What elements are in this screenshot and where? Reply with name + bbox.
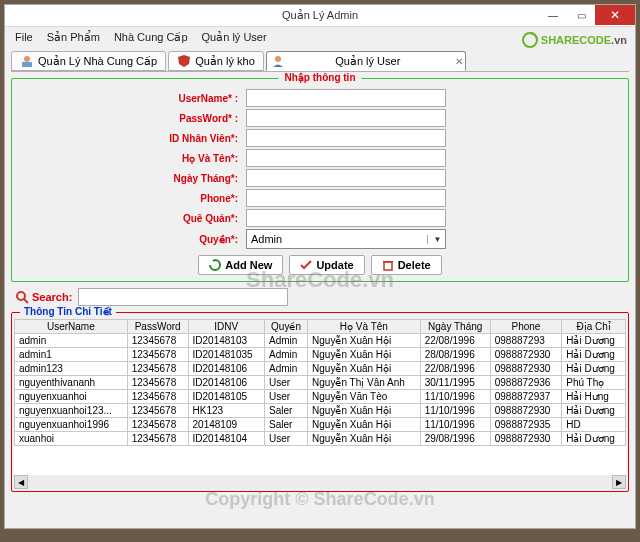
scroll-left-icon[interactable]: ◀: [14, 475, 28, 489]
hoten-input[interactable]: [246, 149, 446, 167]
table-cell: ID20148106: [188, 376, 264, 390]
table-cell: nguyenxuanhoi123...: [15, 404, 128, 418]
table-row[interactable]: nguyenthivananh12345678ID20148106UserNgu…: [15, 376, 626, 390]
tab-label: Quản Lý Nhà Cung Cấp: [38, 55, 157, 68]
menu-file[interactable]: File: [9, 29, 39, 45]
table-row[interactable]: xuanhoi12345678ID20148104UserNguyễn Xuân…: [15, 432, 626, 446]
table-cell: 098887293: [490, 334, 562, 348]
tab-close-icon[interactable]: ✕: [455, 56, 463, 67]
table-cell: ID20148105: [188, 390, 264, 404]
table-cell: 30/11/1995: [420, 376, 490, 390]
table-cell: Nguyễn Xuân Hội: [308, 334, 421, 348]
table-cell: 0988872937: [490, 390, 562, 404]
column-header[interactable]: PassWord: [127, 320, 188, 334]
table-cell: 12345678: [127, 334, 188, 348]
quequan-input[interactable]: [246, 209, 446, 227]
btn-label: Delete: [398, 259, 431, 271]
label-idnv: ID Nhân Viên*:: [16, 133, 246, 144]
tab-nhacungcap[interactable]: Quản Lý Nhà Cung Cấp: [11, 51, 166, 71]
table-cell: Saler: [264, 418, 307, 432]
table-cell: ID20148106: [188, 362, 264, 376]
phone-input[interactable]: [246, 189, 446, 207]
table-cell: nguyenthivananh: [15, 376, 128, 390]
column-header[interactable]: Quyền: [264, 320, 307, 334]
table-cell: Hải Dương: [562, 432, 626, 446]
maximize-button[interactable]: ▭: [567, 5, 595, 25]
column-header[interactable]: Địa Chỉ: [562, 320, 626, 334]
tab-user[interactable]: Quản lý User ✕: [266, 51, 466, 71]
table-cell: Hải Hưng: [562, 390, 626, 404]
idnv-input[interactable]: [246, 129, 446, 147]
table-cell: 12345678: [127, 376, 188, 390]
password-input[interactable]: [246, 109, 446, 127]
column-header[interactable]: Ngày Tháng: [420, 320, 490, 334]
table-cell: Hải Dương: [562, 404, 626, 418]
table-cell: User: [264, 432, 307, 446]
menu-sanpham[interactable]: Sản Phẩm: [41, 29, 106, 46]
table-cell: nguyenxuanhoi: [15, 390, 128, 404]
table-row[interactable]: nguyenxuanhoi19961234567820148109SalerNg…: [15, 418, 626, 432]
user-icon: [271, 54, 285, 68]
quyen-select[interactable]: Admin ▼: [246, 229, 446, 249]
horizontal-scrollbar[interactable]: ◀ ▶: [14, 475, 626, 489]
menu-nhacungcap[interactable]: Nhà Cung Cấp: [108, 29, 194, 46]
trash-icon: [382, 259, 394, 271]
table-cell: HK123: [188, 404, 264, 418]
add-new-button[interactable]: Add New: [198, 255, 283, 275]
table-cell: ID201481035: [188, 348, 264, 362]
detail-legend: Thông Tin Chi Tiết: [20, 306, 116, 317]
table-cell: Admin: [264, 362, 307, 376]
table-cell: Admin: [264, 334, 307, 348]
table-row[interactable]: admin112345678ID201481035AdminNguyễn Xuâ…: [15, 348, 626, 362]
table-cell: nguyenxuanhoi1996: [15, 418, 128, 432]
svg-line-7: [24, 299, 28, 303]
table-cell: 12345678: [127, 362, 188, 376]
table-cell: 0988872930: [490, 348, 562, 362]
username-input[interactable]: [246, 89, 446, 107]
table-cell: 0988872936: [490, 376, 562, 390]
table-cell: Nguyễn Xuân Hội: [308, 418, 421, 432]
minimize-button[interactable]: —: [539, 5, 567, 25]
table-row[interactable]: nguyenxuanhoi123...12345678HK123SalerNgu…: [15, 404, 626, 418]
window-controls: — ▭ ✕: [539, 5, 635, 25]
table-cell: 12345678: [127, 348, 188, 362]
search-row: Search:: [11, 286, 629, 308]
tabstrip: Quản Lý Nhà Cung Cấp Quản lý kho Quản lý…: [5, 47, 635, 71]
table-row[interactable]: admin12345678ID20148103AdminNguyễn Xuân …: [15, 334, 626, 348]
scroll-right-icon[interactable]: ▶: [612, 475, 626, 489]
table-cell: Admin: [264, 348, 307, 362]
titlebar: Quản Lý Admin — ▭ ✕: [5, 5, 635, 27]
table-cell: Hải Dương: [562, 334, 626, 348]
menu-quanlyuser[interactable]: Quản lý User: [196, 29, 273, 46]
table-cell: admin123: [15, 362, 128, 376]
table-cell: User: [264, 390, 307, 404]
refresh-icon: [209, 259, 221, 271]
table-cell: ID20148104: [188, 432, 264, 446]
btn-label: Update: [316, 259, 353, 271]
table-wrapper: UserNamePassWordIDNVQuyềnHọ Và TênNgày T…: [14, 319, 626, 489]
user-table[interactable]: UserNamePassWordIDNVQuyềnHọ Và TênNgày T…: [14, 319, 626, 446]
input-fieldset: Nhập thông tin UserName* : PassWord* : I…: [11, 78, 629, 282]
table-row[interactable]: nguyenxuanhoi12345678ID20148105UserNguyễ…: [15, 390, 626, 404]
table-cell: Hải Dương: [562, 362, 626, 376]
update-button[interactable]: Update: [289, 255, 364, 275]
svg-rect-2: [22, 62, 32, 67]
close-button[interactable]: ✕: [595, 5, 635, 25]
table-row[interactable]: admin12312345678ID20148106AdminNguyễn Xu…: [15, 362, 626, 376]
table-cell: xuanhoi: [15, 432, 128, 446]
tab-kho[interactable]: Quản lý kho: [168, 51, 264, 71]
table-cell: Nguyễn Xuân Hội: [308, 404, 421, 418]
column-header[interactable]: UserName: [15, 320, 128, 334]
column-header[interactable]: IDNV: [188, 320, 264, 334]
table-cell: 11/10/1996: [420, 404, 490, 418]
column-header[interactable]: Họ Và Tên: [308, 320, 421, 334]
search-input[interactable]: [78, 288, 288, 306]
table-cell: 28/08/1996: [420, 348, 490, 362]
table-cell: Nguyễn Xuân Hội: [308, 348, 421, 362]
ngaythang-input[interactable]: [246, 169, 446, 187]
table-cell: 22/08/1996: [420, 334, 490, 348]
delete-button[interactable]: Delete: [371, 255, 442, 275]
table-cell: Phú Thọ: [562, 376, 626, 390]
column-header[interactable]: Phone: [490, 320, 562, 334]
table-cell: 0988872935: [490, 418, 562, 432]
